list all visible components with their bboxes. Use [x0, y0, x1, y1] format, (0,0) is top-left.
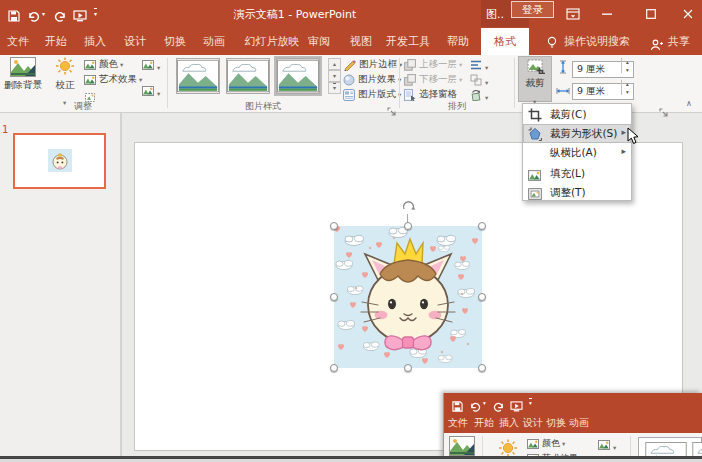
window-title: 演示文稿1 - PowerPoint: [200, 7, 390, 22]
color-button[interactable]: 颜色: [527, 437, 565, 450]
tab-developer[interactable]: 开发工具: [380, 28, 436, 55]
align-icon: [470, 59, 482, 71]
width-spinner[interactable]: ▴▾: [621, 80, 633, 95]
rotate-objects-icon: [470, 89, 482, 101]
resize-handle-left[interactable]: [330, 293, 338, 301]
shape-height-icon: [557, 59, 569, 78]
change-picture-button[interactable]: [598, 438, 616, 451]
undo-dropdown-icon[interactable]: ▾: [42, 10, 45, 17]
resize-handle-bottom-right[interactable]: [478, 364, 486, 372]
spin-up-icon[interactable]: ▴: [622, 58, 633, 66]
picture-style-thumbnail-2[interactable]: [226, 58, 270, 94]
share-button[interactable]: 共享: [663, 28, 695, 55]
adjust-group-label: 调整: [48, 100, 118, 113]
thumbnail-image: [48, 149, 72, 172]
tab-format[interactable]: 格式: [481, 28, 529, 55]
color-button[interactable]: 颜色: [84, 58, 123, 71]
redo-icon[interactable]: [54, 7, 66, 26]
close-icon[interactable]: [674, 0, 702, 27]
size-dialog-launcher-icon[interactable]: [659, 102, 668, 111]
tab-insert[interactable]: 插入: [77, 28, 113, 55]
tab-design[interactable]: 设计: [521, 413, 545, 433]
send-backward-button[interactable]: 下移一层: [404, 73, 462, 86]
customize-qat-icon[interactable]: ▾: [529, 398, 532, 406]
group-separator: [167, 58, 168, 108]
slide-number: 1: [2, 124, 8, 135]
powerpoint-window: ▾ ▾ 演示文稿1 - PowerPoint 图.. 登录 文件 开始 插入 设…: [0, 0, 702, 462]
slide-thumbnail[interactable]: [13, 133, 106, 189]
picture-styles-group-label: 图片样式: [228, 100, 298, 113]
spin-down-icon[interactable]: ▾: [622, 88, 633, 96]
group-separator: [399, 58, 400, 108]
resize-handle-bottom[interactable]: [404, 364, 412, 372]
rotation-handle-icon[interactable]: [400, 198, 416, 218]
customize-qat-icon[interactable]: ▾: [94, 8, 97, 17]
tab-home[interactable]: 开始: [472, 413, 496, 433]
gallery-more-icon[interactable]: ▾: [328, 82, 341, 94]
spin-up-icon[interactable]: ▴: [622, 80, 633, 88]
reset-picture-button[interactable]: [142, 84, 160, 97]
tab-view[interactable]: 视图: [342, 28, 380, 55]
resize-handle-top-left[interactable]: [330, 222, 338, 230]
change-picture-icon: [142, 60, 154, 70]
remove-background-button[interactable]: 删除背景: [2, 57, 44, 103]
tell-me-search[interactable]: 操作说明搜索: [562, 28, 632, 55]
picture-border-button[interactable]: 图片边框: [343, 58, 402, 71]
gallery-up-icon[interactable]: ▴: [328, 58, 341, 70]
picture-styles-dialog-launcher-icon[interactable]: [387, 101, 396, 110]
group-objects-icon: [470, 74, 482, 86]
bring-forward-button[interactable]: 上移一层: [404, 58, 462, 71]
start-slideshow-icon[interactable]: [73, 7, 87, 26]
minimize-icon[interactable]: [592, 0, 622, 27]
crop-button[interactable]: 裁剪: [518, 56, 552, 102]
color-icon: [527, 439, 539, 449]
spin-down-icon[interactable]: ▾: [622, 66, 633, 74]
ribbon-display-options-icon[interactable]: [558, 0, 588, 27]
artistic-effects-button[interactable]: 艺术效果: [84, 73, 142, 86]
picture-effects-button[interactable]: 图片效果: [343, 73, 401, 86]
tab-file[interactable]: 文件: [0, 28, 36, 55]
tab-home[interactable]: 开始: [38, 28, 74, 55]
tab-animations[interactable]: 动画: [196, 28, 232, 55]
corrections-button[interactable]: 校正: [48, 57, 82, 103]
mini-powerpoint-window[interactable]: ▾ ▾ 文件 开始 插入 设计 切换 动画 颜色 艺术效果: [443, 393, 702, 462]
color-icon: [84, 60, 96, 70]
resize-handle-right[interactable]: [478, 293, 486, 301]
menu-item-crop[interactable]: 裁剪(C): [523, 105, 631, 124]
tab-help[interactable]: 帮助: [438, 28, 478, 55]
mini-title-bar: ▾ ▾: [444, 393, 702, 413]
tab-design[interactable]: 设计: [117, 28, 153, 55]
change-picture-icon: [598, 440, 610, 450]
tab-review[interactable]: 审阅: [300, 28, 338, 55]
undo-icon[interactable]: [28, 7, 40, 26]
tab-transitions[interactable]: 切换: [157, 28, 193, 55]
save-icon[interactable]: [8, 7, 20, 26]
tab-file[interactable]: 文件: [446, 413, 470, 433]
resize-handle-top-right[interactable]: [478, 222, 486, 230]
contextual-tab-label: 图..: [486, 7, 504, 22]
tab-transitions[interactable]: 切换: [544, 413, 568, 433]
menu-item-crop-to-shape[interactable]: 裁剪为形状(S): [523, 124, 631, 143]
shape-height-field[interactable]: ▴▾: [572, 57, 634, 78]
tab-animations[interactable]: 动画: [567, 413, 591, 433]
panel-divider[interactable]: [120, 113, 122, 462]
picture-layout-button[interactable]: 图片版式: [343, 88, 401, 101]
picture-style-thumbnail-3[interactable]: [276, 58, 320, 94]
menu-item-aspect-ratio[interactable]: 纵横比(A): [523, 143, 631, 162]
tab-insert[interactable]: 插入: [497, 413, 521, 433]
menu-item-fill[interactable]: 填充(L): [523, 164, 631, 183]
cat-picture[interactable]: [334, 226, 482, 368]
sign-in-button[interactable]: 登录: [511, 1, 554, 18]
change-picture-button[interactable]: [142, 58, 160, 71]
gallery-down-icon[interactable]: ▾: [328, 70, 341, 82]
shape-width-field[interactable]: ▴▾: [572, 79, 634, 100]
menu-item-fit[interactable]: 调整(T): [523, 183, 631, 202]
collapse-ribbon-icon[interactable]: ∧: [686, 99, 692, 108]
height-spinner[interactable]: ▴▾: [621, 58, 633, 73]
maximize-icon[interactable]: [636, 0, 666, 27]
undo-dropdown-icon[interactable]: ▾: [483, 400, 486, 406]
resize-handle-top[interactable]: [404, 222, 412, 230]
tab-slideshow[interactable]: 幻灯片放映: [236, 28, 308, 55]
resize-handle-bottom-left[interactable]: [330, 364, 338, 372]
picture-style-thumbnail-1[interactable]: [176, 58, 220, 94]
